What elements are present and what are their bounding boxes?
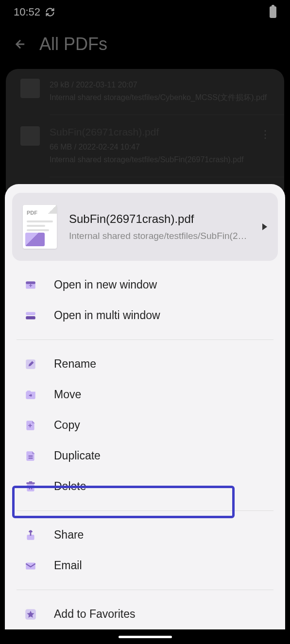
battery-icon — [270, 6, 276, 18]
email-item[interactable]: Email — [5, 550, 285, 581]
svg-text:+: + — [28, 421, 32, 429]
menu-label: Open in new window — [54, 278, 157, 291]
svg-rect-4 — [26, 316, 35, 320]
open-multi-window-item[interactable]: Open in multi window — [5, 300, 285, 331]
svg-rect-10 — [26, 482, 34, 484]
menu-label: Delete — [54, 480, 86, 493]
share-icon — [24, 529, 37, 542]
menu-label: Copy — [54, 419, 80, 432]
multi-window-icon — [24, 309, 37, 322]
svg-rect-7 — [29, 455, 33, 456]
page-title: All PDFs — [39, 34, 107, 54]
bottom-sheet: PDF SubFin(26971crash).pdf Internal shar… — [5, 184, 285, 629]
chevron-right-icon — [262, 223, 267, 230]
delete-icon — [24, 480, 37, 493]
pdf-thumb-icon — [20, 126, 40, 146]
svg-rect-8 — [29, 458, 33, 458]
file-list: 29 kB / 2022-03-11 20:07 Internal shared… — [6, 69, 284, 190]
svg-rect-11 — [29, 481, 33, 482]
new-window-icon: + — [24, 279, 37, 291]
move-icon — [24, 389, 37, 401]
divider — [17, 510, 273, 511]
divider — [17, 339, 273, 340]
svg-rect-3 — [26, 312, 35, 315]
file-meta: 66 MB / 2022-02-24 10:47 — [50, 141, 270, 153]
svg-rect-15 — [26, 562, 35, 569]
file-item[interactable]: SubFin(26971crash).pdf 66 MB / 2022-02-2… — [6, 119, 284, 173]
rename-item[interactable]: Rename — [5, 349, 285, 379]
star-icon — [24, 608, 37, 621]
pdf-thumbnail-icon: PDF — [23, 205, 57, 249]
email-icon — [24, 559, 37, 572]
back-arrow-icon[interactable] — [14, 37, 27, 51]
status-time: 10:52 — [14, 6, 40, 18]
sheet-file-path: Internal shared storage/testfiles/SubFin… — [69, 231, 250, 241]
file-path: Internal shared storage/testfiles/SubFin… — [50, 153, 270, 166]
svg-text:+: + — [29, 282, 33, 289]
sheet-header[interactable]: PDF SubFin(26971crash).pdf Internal shar… — [12, 193, 278, 261]
move-item[interactable]: Move — [5, 379, 285, 410]
status-bar: 10:52 — [0, 0, 290, 24]
svg-rect-13 — [31, 486, 32, 489]
nav-bar — [0, 629, 290, 644]
add-favorites-item[interactable]: Add to Favorites — [5, 599, 285, 629]
duplicate-icon — [24, 450, 37, 462]
nav-handle[interactable] — [119, 636, 172, 638]
divider — [17, 590, 273, 590]
svg-rect-12 — [29, 486, 30, 489]
pdf-thumb-icon — [20, 79, 40, 98]
menu-label: Duplicate — [54, 449, 101, 462]
app-header: All PDFs — [0, 24, 290, 69]
sheet-file-title: SubFin(26971crash).pdf — [69, 212, 250, 226]
file-item[interactable]: 29 kB / 2022-03-11 20:07 Internal shared… — [6, 69, 284, 111]
menu-label: Open in multi window — [54, 309, 160, 322]
open-new-window-item[interactable]: + Open in new window — [5, 270, 285, 300]
menu-label: Add to Favorites — [54, 608, 135, 621]
file-path: Internal shared storage/testfiles/Cybenk… — [50, 91, 270, 104]
copy-item[interactable]: + Copy — [5, 410, 285, 441]
share-item[interactable]: Share — [5, 520, 285, 550]
duplicate-item[interactable]: Duplicate — [5, 441, 285, 471]
file-meta: 29 kB / 2022-03-11 20:07 — [50, 79, 270, 91]
rename-icon — [24, 358, 37, 371]
menu-label: Rename — [54, 357, 96, 371]
menu-label: Email — [54, 559, 82, 572]
svg-rect-9 — [27, 484, 34, 491]
copy-icon: + — [24, 419, 37, 432]
sync-icon — [45, 7, 55, 17]
menu-label: Move — [54, 388, 81, 401]
more-options-icon[interactable]: ⋮ — [260, 134, 270, 136]
menu-label: Share — [54, 528, 84, 542]
delete-item[interactable]: Delete — [5, 471, 285, 502]
file-name: SubFin(26971crash).pdf — [50, 126, 270, 138]
